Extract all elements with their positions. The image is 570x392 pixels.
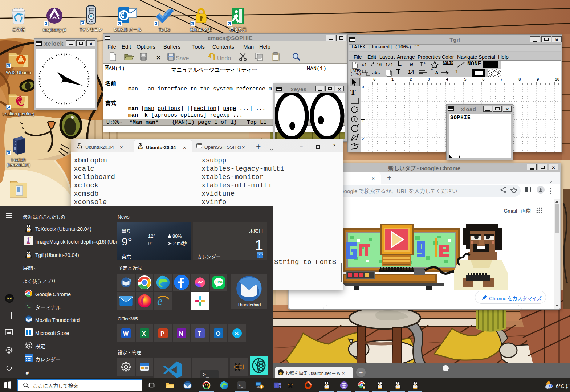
svg-text:C:\: C:\ bbox=[197, 144, 199, 145]
svg-text:>_: >_ bbox=[239, 383, 243, 388]
svg-text:T: T bbox=[198, 331, 201, 337]
svg-text:X: X bbox=[142, 331, 146, 337]
svg-text:N: N bbox=[179, 331, 183, 337]
svg-text:T: T bbox=[275, 383, 277, 387]
svg-text:P: P bbox=[160, 331, 164, 337]
svg-text:W: W bbox=[123, 331, 129, 337]
svg-text:LINE: LINE bbox=[215, 280, 224, 284]
svg-text:S: S bbox=[235, 330, 239, 336]
svg-text:O: O bbox=[216, 331, 220, 337]
